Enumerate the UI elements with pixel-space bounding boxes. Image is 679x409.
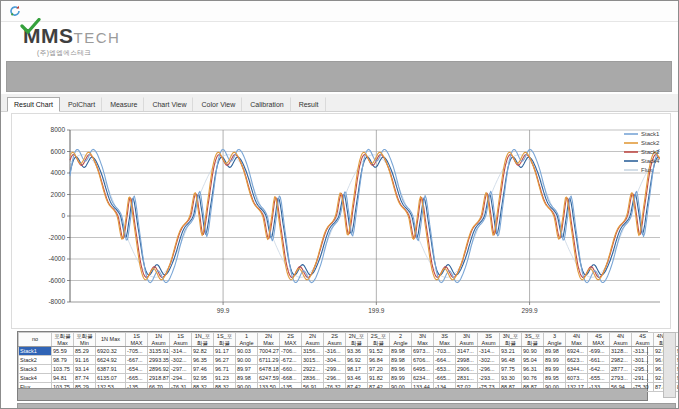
table-cell[interactable]: 6624.92 <box>96 356 126 365</box>
table-cell[interactable]: 97.75 <box>500 365 522 374</box>
table-cell[interactable]: 89.95 <box>544 374 566 383</box>
table-cell[interactable]: -314... <box>170 347 192 356</box>
row-label[interactable]: Stack3 <box>19 365 52 374</box>
table-cell[interactable]: 3156... <box>302 347 324 356</box>
table-cell[interactable]: 3128... <box>610 347 632 356</box>
table-cell[interactable]: 96.27 <box>214 356 236 365</box>
tab-polchart[interactable]: PolChart <box>61 97 102 111</box>
table-cell[interactable]: 2993.35 <box>148 356 170 365</box>
table-cell[interactable]: 98.17 <box>346 365 368 374</box>
table-cell[interactable]: 2922... <box>302 365 324 374</box>
table-cell[interactable]: -672... <box>280 356 302 365</box>
table-cell[interactable]: 89.98 <box>236 374 258 383</box>
tab-result[interactable]: Result <box>292 97 326 111</box>
table-cell[interactable]: 6924... <box>566 347 588 356</box>
table-cell[interactable]: 89.96 <box>390 365 412 374</box>
table-cell[interactable]: 2982... <box>610 356 632 365</box>
tab-calibration[interactable]: Calibration <box>243 97 290 111</box>
table-cell[interactable]: 97.46 <box>192 365 214 374</box>
table-cell[interactable]: -706... <box>280 347 302 356</box>
table-cell[interactable]: 2831... <box>456 374 478 383</box>
table-cell[interactable]: 6973... <box>412 347 434 356</box>
table-cell[interactable]: 91.17 <box>214 347 236 356</box>
tab-measure[interactable]: Measure <box>103 97 144 111</box>
table-cell[interactable]: 6711.29 <box>258 356 280 365</box>
table-cell[interactable]: 96.92 <box>346 356 368 365</box>
table-cell[interactable]: 6387.91 <box>96 365 126 374</box>
table-cell[interactable]: -316... <box>324 347 346 356</box>
table-cell[interactable]: 2998... <box>456 356 478 365</box>
table-cell[interactable]: 89.98 <box>390 347 412 356</box>
table-cell[interactable]: -661... <box>588 356 610 365</box>
vertical-scrollbar[interactable] <box>663 332 676 398</box>
table-cell[interactable]: 2877... <box>610 365 632 374</box>
table-cell[interactable]: -699... <box>588 347 610 356</box>
table-cell[interactable]: -664... <box>434 356 456 365</box>
table-cell[interactable]: 103.75 <box>52 365 74 374</box>
table-cell[interactable]: 6706... <box>412 356 434 365</box>
table-cell[interactable]: 95.62 <box>676 365 679 374</box>
table-cell[interactable]: 93.14 <box>74 365 96 374</box>
table-cell[interactable]: 89.99 <box>544 356 566 365</box>
table-cell[interactable]: 96.84 <box>368 356 390 365</box>
table-cell[interactable]: -314... <box>478 347 500 356</box>
table-cell[interactable]: 2836... <box>302 374 324 383</box>
table-cell[interactable]: 6495... <box>412 365 434 374</box>
table-cell[interactable]: 90.47 <box>676 347 679 356</box>
table-cell[interactable]: -301... <box>632 356 654 365</box>
table-cell[interactable]: -667... <box>126 356 148 365</box>
table-cell[interactable]: 93.46 <box>346 374 368 383</box>
table-cell[interactable]: 6344... <box>566 365 588 374</box>
table-cell[interactable]: -655... <box>588 374 610 383</box>
table-cell[interactable]: 91.82 <box>368 374 390 383</box>
table-cell[interactable]: -313... <box>632 347 654 356</box>
table-cell[interactable]: 95.46 <box>676 356 679 365</box>
table-cell[interactable]: 6073... <box>566 374 588 383</box>
table-cell[interactable]: 2793... <box>610 374 632 383</box>
tab-result-chart[interactable]: Result Chart <box>7 97 60 112</box>
table-cell[interactable]: 95.04 <box>522 356 544 365</box>
table-cell[interactable]: 91.52 <box>368 347 390 356</box>
table-cell[interactable]: -703... <box>434 347 456 356</box>
table-cell[interactable]: 6623... <box>566 356 588 365</box>
horizontal-scrollbar[interactable] <box>18 388 647 400</box>
table-cell[interactable]: -302... <box>170 356 192 365</box>
table-cell[interactable]: 92.82 <box>192 347 214 356</box>
table-cell[interactable]: 96.31 <box>522 365 544 374</box>
table-cell[interactable]: -665... <box>434 374 456 383</box>
table-cell[interactable]: 90.90 <box>522 347 544 356</box>
table-cell[interactable]: 89.98 <box>544 347 566 356</box>
table-cell[interactable]: -653... <box>434 365 456 374</box>
table-cell[interactable]: 89.99 <box>390 374 412 383</box>
table-cell[interactable]: 87.89 <box>676 383 679 392</box>
table-cell[interactable]: -299... <box>324 365 346 374</box>
table-cell[interactable]: -296... <box>324 374 346 383</box>
table-cell[interactable]: 6478.18 <box>258 365 280 374</box>
table-cell[interactable]: 87.74 <box>74 374 96 383</box>
table-cell[interactable]: 6135.07 <box>96 374 126 383</box>
table-cell[interactable]: 3135.91 <box>148 347 170 356</box>
table-cell[interactable]: -665... <box>126 374 148 383</box>
table-cell[interactable]: 2918.87 <box>148 374 170 383</box>
tab-chart-view[interactable]: Chart View <box>145 97 193 111</box>
table-cell[interactable]: 6234... <box>412 374 434 383</box>
table-cell[interactable]: 2906... <box>456 365 478 374</box>
table-cell[interactable]: 2896.92 <box>148 365 170 374</box>
table-cell[interactable]: 91.16 <box>74 356 96 365</box>
table-cell[interactable]: 3147... <box>456 347 478 356</box>
table-cell[interactable]: -294... <box>170 374 192 383</box>
table-cell[interactable]: 89.97 <box>236 365 258 374</box>
table-cell[interactable]: -668... <box>280 374 302 383</box>
table-cell[interactable]: 7004.27 <box>258 347 280 356</box>
table-cell[interactable]: 96.71 <box>214 365 236 374</box>
table-cell[interactable]: 89.99 <box>544 365 566 374</box>
table-cell[interactable]: 6247.59 <box>258 374 280 383</box>
table-cell[interactable]: 89.98 <box>390 356 412 365</box>
table-cell[interactable]: 91.23 <box>214 374 236 383</box>
table-cell[interactable]: 92.95 <box>192 374 214 383</box>
table-cell[interactable]: 96.48 <box>500 356 522 365</box>
table-cell[interactable]: -654... <box>126 365 148 374</box>
row-label[interactable]: Stack2 <box>19 356 52 365</box>
table-cell[interactable]: 85.29 <box>74 347 96 356</box>
table-cell[interactable]: -293... <box>478 374 500 383</box>
